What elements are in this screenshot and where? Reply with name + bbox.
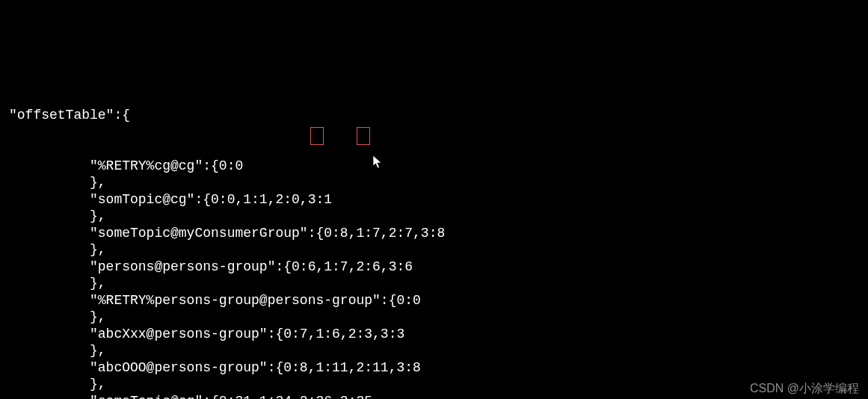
code-entry: "someTopic@myConsumerGroup":{0:8,1:7,2:7…	[9, 225, 868, 242]
code-closer: },	[9, 376, 868, 393]
watermark-text: CSDN @小涂学编程	[750, 381, 859, 396]
code-entry: "abcXxx@persons-group":{0:7,1:6,2:3,3:3	[9, 326, 868, 343]
code-entry: "%RETRY%persons-group@persons-group":{0:…	[9, 292, 868, 309]
code-closer: },	[9, 241, 868, 259]
code-closer: },	[9, 275, 868, 292]
code-closer: },	[9, 174, 868, 191]
code-closer: },	[9, 309, 868, 326]
code-header: "offsetTable":{	[9, 107, 868, 124]
code-entries: "%RETRY%cg@cg":{0:0},"somTopic@cg":{0:0,…	[9, 158, 868, 400]
code-entry: "somTopic@cg":{0:0,1:1,2:0,3:1	[9, 191, 868, 208]
code-entry: "%RETRY%cg@cg":{0:0	[9, 158, 868, 175]
code-entry: "someTopic@cg":{0:31,1:34,2:36,3:35	[9, 393, 868, 400]
code-closer: },	[9, 342, 868, 359]
terminal-output: "offsetTable":{ "%RETRY%cg@cg":{0:0},"so…	[9, 73, 868, 399]
code-entry: "persons@persons-group":{0:6,1:7,2:6,3:6	[9, 259, 868, 276]
code-entry: "abcOOO@persons-group":{0:8,1:11,2:11,3:…	[9, 359, 868, 377]
code-closer: },	[9, 208, 868, 225]
